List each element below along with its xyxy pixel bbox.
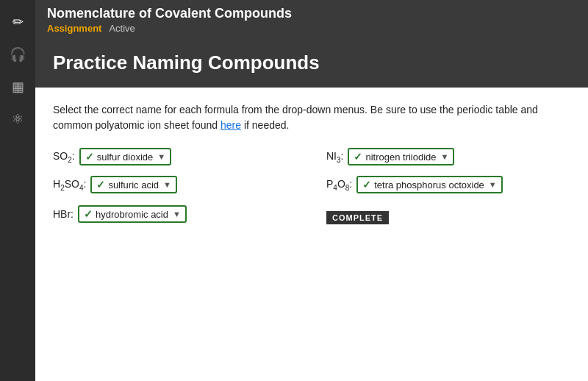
formula-row-so2: SO2: ✓ sulfur dioxide ▼ bbox=[53, 148, 297, 165]
assignment-label: Assignment bbox=[47, 23, 101, 34]
topbar: Nomenclature of Covalent Compounds Assig… bbox=[35, 0, 588, 38]
chevron-down-icon-so2: ▼ bbox=[157, 152, 165, 161]
check-icon-ni3: ✓ bbox=[354, 151, 362, 163]
dropdown-h2so4[interactable]: ✓ sulfuric acid ▼ bbox=[90, 176, 177, 193]
chevron-down-icon-ni3: ▼ bbox=[441, 152, 449, 161]
complete-area: COMPLETE bbox=[326, 208, 570, 224]
check-icon-so2: ✓ bbox=[85, 151, 94, 163]
check-icon-p4o8: ✓ bbox=[362, 179, 371, 190]
instructions-text: Select the correct name for each formula… bbox=[53, 102, 570, 133]
content-area: Practice Naming Compounds Select the cor… bbox=[35, 38, 588, 381]
here-link[interactable]: here bbox=[220, 119, 241, 131]
complete-badge: COMPLETE bbox=[326, 211, 389, 224]
practice-body: Select the correct name for each formula… bbox=[35, 88, 588, 381]
dropdown-p4o8[interactable]: ✓ tetra phosphorus octoxide ▼ bbox=[356, 176, 503, 193]
atom-icon[interactable]: ⚛ bbox=[3, 104, 32, 134]
chevron-down-icon-hbr: ▼ bbox=[173, 210, 181, 218]
dropdown-value-ni3: nitrogen triiodide bbox=[365, 152, 436, 163]
practice-title: Practice Naming Compounds bbox=[53, 51, 320, 74]
formula-row-h2so4: H2SO4: ✓ sulfuric acid ▼ bbox=[53, 176, 297, 193]
dropdown-value-hbr: hydrobromic acid bbox=[96, 209, 168, 220]
dropdown-value-so2: sulfur dioxide bbox=[97, 152, 154, 163]
page-title: Nomenclature of Covalent Compounds bbox=[47, 6, 576, 21]
formula-label-p4o8: P4O8: bbox=[326, 178, 352, 192]
calculator-icon[interactable]: ▦ bbox=[3, 72, 32, 102]
formula-label-ni3: NI3: bbox=[326, 150, 343, 164]
formula-label-so2: SO2: bbox=[53, 150, 75, 164]
dropdown-hbr[interactable]: ✓ hydrobromic acid ▼ bbox=[78, 205, 187, 223]
pencil-icon[interactable]: ✏ bbox=[3, 7, 32, 37]
sidebar: ✏ 🎧 ▦ ⚛ bbox=[0, 0, 35, 381]
topbar-meta: Assignment Active bbox=[47, 23, 576, 34]
dropdown-value-h2so4: sulfuric acid bbox=[108, 179, 159, 190]
practice-header: Practice Naming Compounds bbox=[35, 38, 588, 88]
main-area: Nomenclature of Covalent Compounds Assig… bbox=[35, 0, 588, 381]
dropdown-ni3[interactable]: ✓ nitrogen triiodide ▼ bbox=[348, 148, 454, 165]
status-badge: Active bbox=[109, 23, 135, 34]
check-icon-h2so4: ✓ bbox=[96, 179, 105, 190]
dropdown-value-p4o8: tetra phosphorus octoxide bbox=[374, 179, 484, 190]
check-icon-hbr: ✓ bbox=[84, 208, 93, 220]
formula-row-p4o8: P4O8: ✓ tetra phosphorus octoxide ▼ bbox=[326, 176, 570, 193]
formula-label-hbr: HBr: bbox=[53, 208, 74, 220]
chevron-down-icon-h2so4: ▼ bbox=[163, 180, 171, 189]
chevron-down-icon-p4o8: ▼ bbox=[489, 180, 497, 189]
dropdown-so2[interactable]: ✓ sulfur dioxide ▼ bbox=[79, 148, 172, 165]
formula-row-hbr: HBr: ✓ hydrobromic acid ▼ bbox=[53, 204, 297, 224]
formula-label-h2so4: H2SO4: bbox=[53, 178, 86, 192]
formula-row-ni3: NI3: ✓ nitrogen triiodide ▼ bbox=[326, 148, 570, 165]
headphones-icon[interactable]: 🎧 bbox=[3, 40, 32, 69]
formula-grid: SO2: ✓ sulfur dioxide ▼ NI3: ✓ nitrogen … bbox=[53, 148, 570, 224]
